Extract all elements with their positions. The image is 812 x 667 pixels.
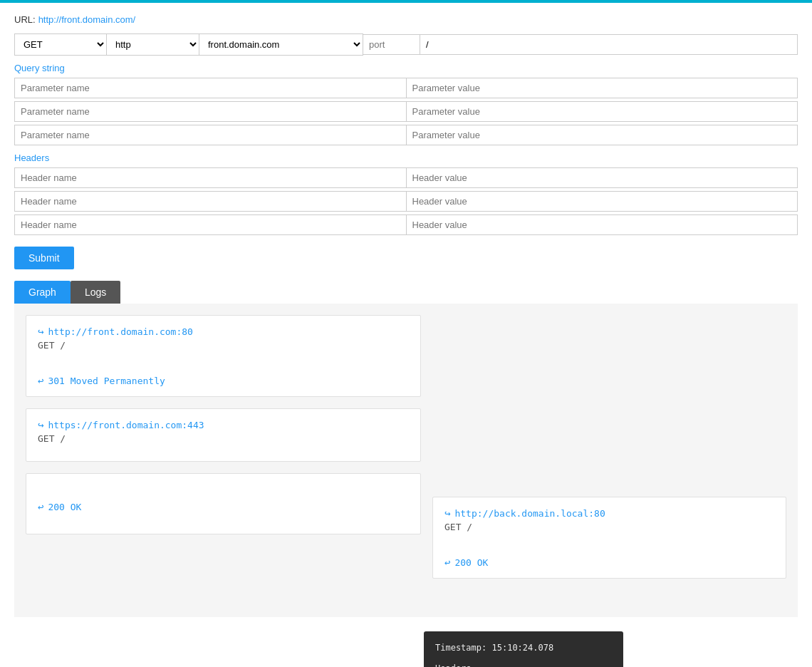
- right-column: ↪ http://back.domain.local:80 GET / ↩ 20…: [432, 315, 786, 590]
- main-container: URL: http://front.domain.com/ GET POST P…: [0, 3, 812, 667]
- card-3-status: ↩ 200 OK: [38, 501, 409, 512]
- header-name-2[interactable]: [14, 191, 407, 212]
- param-name-2[interactable]: [14, 101, 407, 122]
- tab-logs[interactable]: Logs: [71, 281, 120, 304]
- forward-arrow-icon-right-1: ↪: [444, 507, 450, 519]
- header-row-3: [14, 214, 798, 235]
- tooltip-headers-label: Headers: [435, 662, 612, 667]
- header-value-3[interactable]: [407, 214, 798, 235]
- method-select[interactable]: GET POST PUT DELETE PATCH HEAD OPTIONS: [14, 33, 107, 56]
- param-row-2: [14, 101, 798, 122]
- graph-card-1[interactable]: ↪ http://front.domain.com:80 GET / ↩ 301…: [26, 315, 421, 397]
- back-arrow-icon-3: ↩: [38, 501, 43, 512]
- url-label: URL:: [14, 14, 36, 25]
- protocol-select[interactable]: http https: [107, 33, 199, 56]
- port-input[interactable]: [363, 34, 420, 55]
- graph-card-3[interactable]: ↩ 200 OK: [26, 473, 421, 534]
- header-value-2[interactable]: [407, 191, 798, 212]
- card-1-status: ↩ 301 Moved Permanently: [38, 375, 409, 386]
- back-arrow-icon-1: ↩: [38, 375, 43, 386]
- param-value-3[interactable]: [407, 125, 798, 145]
- card-right-1-url: ↪ http://back.domain.local:80: [444, 507, 774, 519]
- card-2-method: GET /: [38, 433, 409, 444]
- host-select[interactable]: front.domain.com: [199, 33, 363, 56]
- timestamp-value: 15:10:24.078: [491, 643, 553, 653]
- header-rows: [14, 167, 798, 235]
- param-name-3[interactable]: [14, 125, 407, 145]
- card-right-1-method: GET /: [444, 522, 774, 532]
- graph-card-2[interactable]: ↪ https://front.domain.com:443 GET /: [26, 408, 421, 462]
- url-display: URL: http://front.domain.com/: [14, 14, 798, 25]
- path-input[interactable]: [420, 34, 798, 55]
- param-value-2[interactable]: [407, 101, 798, 122]
- graph-area: ↪ http://front.domain.com:80 GET / ↩ 301…: [14, 304, 798, 617]
- param-name-1[interactable]: [14, 78, 407, 98]
- tooltip-timestamp: Timestamp: 15:10:24.078: [435, 641, 612, 655]
- url-value: http://front.domain.com/: [38, 14, 136, 25]
- graph-card-right-1[interactable]: ↪ http://back.domain.local:80 GET / ↩ 20…: [432, 497, 786, 579]
- tabs-row: Graph Logs: [14, 281, 798, 304]
- back-arrow-icon-right-1: ↩: [444, 557, 450, 568]
- header-name-1[interactable]: [14, 167, 407, 188]
- tooltip: Timestamp: 15:10:24.078 Headers Accept: …: [424, 631, 623, 667]
- query-string-label: Query string: [14, 63, 798, 73]
- header-row-2: [14, 191, 798, 212]
- tab-graph[interactable]: Graph: [14, 281, 71, 304]
- card-right-1-status: ↩ 200 OK: [444, 557, 774, 568]
- card-2-url: ↪ https://front.domain.com:443: [38, 419, 409, 430]
- left-column: ↪ http://front.domain.com:80 GET / ↩ 301…: [26, 315, 421, 590]
- submit-button[interactable]: Submit: [14, 247, 74, 269]
- card-1-method: GET /: [38, 340, 409, 351]
- timestamp-label: Timestamp:: [435, 643, 486, 653]
- header-row-1: [14, 167, 798, 188]
- param-value-1[interactable]: [407, 78, 798, 98]
- forward-arrow-icon-1: ↪: [38, 326, 43, 337]
- param-row-3: [14, 125, 798, 145]
- header-name-3[interactable]: [14, 214, 407, 235]
- header-value-1[interactable]: [407, 167, 798, 188]
- headers-label: Headers: [14, 152, 798, 163]
- query-string-rows: [14, 78, 798, 145]
- request-row: GET POST PUT DELETE PATCH HEAD OPTIONS h…: [14, 33, 798, 56]
- param-row-1: [14, 78, 798, 98]
- card-1-url: ↪ http://front.domain.com:80: [38, 326, 409, 337]
- graph-layout: ↪ http://front.domain.com:80 GET / ↩ 301…: [26, 315, 786, 590]
- forward-arrow-icon-2: ↪: [38, 419, 43, 430]
